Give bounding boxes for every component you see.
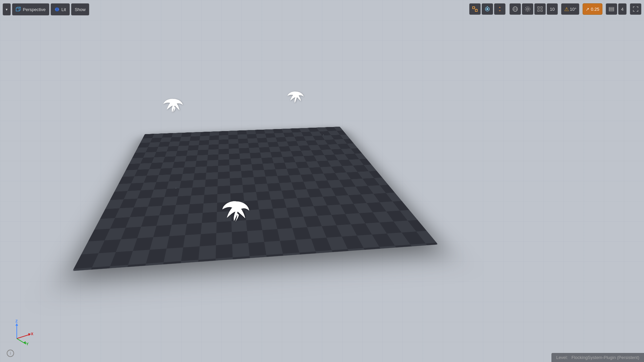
svg-rect-19: [475, 9, 477, 11]
svg-rect-35: [609, 9, 614, 10]
svg-rect-33: [541, 10, 542, 11]
right-toolbar: 10 ⚠ 10° ↗ 0.25 4: [469, 3, 641, 15]
snap-button[interactable]: ↗ 0.25: [583, 3, 602, 15]
move-icon: [497, 6, 503, 12]
status-label: Level:: [556, 355, 568, 360]
fullscreen-icon: [633, 6, 639, 12]
camera-icon: [484, 6, 490, 12]
svg-point-29: [525, 7, 530, 11]
svg-rect-34: [609, 7, 614, 8]
svg-rect-36: [609, 10, 614, 11]
bird-1: [163, 96, 184, 116]
layers-value: 4: [621, 7, 624, 12]
grid-icon: [537, 6, 543, 12]
camera-button[interactable]: [482, 3, 493, 15]
svg-marker-1: [15, 323, 18, 326]
viewport[interactable]: Z X Y i: [0, 0, 644, 362]
grid-value-button[interactable]: 10: [547, 3, 557, 15]
status-value: FlockingSystem-Plugin (Persistent): [572, 355, 639, 360]
angle-snap-button[interactable]: ⚠ 10°: [561, 3, 580, 15]
svg-text:Z: Z: [15, 319, 18, 323]
perspective-icon: [16, 7, 21, 12]
lit-icon: [54, 7, 60, 12]
grid-button[interactable]: [534, 3, 546, 15]
layers-icon: [608, 6, 614, 12]
svg-rect-32: [538, 10, 539, 11]
perspective-button[interactable]: Perspective: [12, 3, 49, 15]
svg-rect-18: [473, 7, 475, 9]
show-button[interactable]: Show: [71, 3, 90, 15]
viewport-dropdown-button[interactable]: ▾: [3, 3, 11, 15]
grid-value: 10: [550, 7, 554, 12]
world-settings-button[interactable]: [509, 3, 521, 15]
bird-3: [221, 198, 252, 225]
svg-line-3: [17, 335, 30, 339]
svg-rect-30: [538, 7, 539, 8]
svg-point-16: [56, 7, 58, 11]
svg-point-28: [527, 8, 529, 10]
svg-text:Y: Y: [26, 342, 29, 345]
snap-arrow-icon: ↗: [586, 7, 589, 12]
svg-marker-4: [28, 333, 31, 336]
dropdown-arrow-icon: ▾: [6, 7, 8, 11]
show-label: Show: [75, 7, 86, 12]
svg-point-23: [486, 8, 488, 10]
globe-icon: [512, 6, 518, 12]
warning-icon: ⚠: [564, 6, 569, 12]
settings-button[interactable]: [522, 3, 533, 15]
axis-indicator: Z X Y: [7, 318, 34, 345]
status-bar: Level: FlockingSystem-Plugin (Persistent…: [551, 353, 644, 362]
move-button[interactable]: [494, 3, 505, 15]
lit-label: Lit: [61, 7, 66, 12]
fullscreen-button[interactable]: [630, 3, 641, 15]
snap-value: 0.25: [591, 7, 599, 12]
bird-2: [287, 89, 305, 106]
lit-button[interactable]: Lit: [51, 3, 70, 15]
perspective-label: Perspective: [23, 7, 46, 12]
transform-mode-button[interactable]: [469, 3, 481, 15]
layers-value-button[interactable]: 4: [618, 3, 627, 15]
transform-icon: [472, 6, 478, 12]
svg-rect-31: [541, 7, 542, 8]
gear-icon: [525, 6, 531, 12]
svg-rect-9: [16, 8, 19, 11]
info-button[interactable]: i: [7, 350, 14, 357]
angle-value: 10°: [570, 7, 577, 12]
svg-text:X: X: [31, 332, 34, 336]
layers-button[interactable]: [606, 3, 617, 15]
